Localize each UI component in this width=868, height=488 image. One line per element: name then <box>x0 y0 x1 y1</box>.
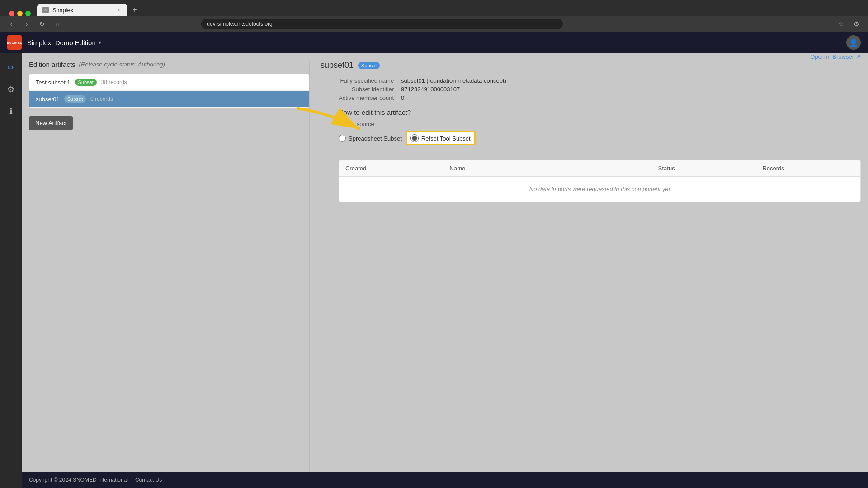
forward-button[interactable]: › <box>21 18 33 30</box>
meta-label-fsn: Fully specified name <box>339 77 394 84</box>
home-button[interactable]: ⌂ <box>52 18 63 30</box>
minimize-button[interactable] <box>17 11 23 16</box>
sidebar-item-info[interactable]: ℹ <box>4 104 18 118</box>
reload-button[interactable]: ↻ <box>36 18 48 30</box>
back-button[interactable]: ‹ <box>5 18 17 30</box>
radio-spreadsheet-input[interactable] <box>339 135 346 142</box>
right-panel: subset01 Subset Fully specified name sub… <box>310 61 861 481</box>
app-title-text: Simplex: Demo Edition <box>27 39 96 47</box>
radio-refset-highlight: Refset Tool Subset <box>406 131 476 145</box>
radio-refset-label: Refset Tool Subset <box>421 135 471 142</box>
tab-close-button[interactable]: ✕ <box>115 6 122 14</box>
radio-refset-input[interactable] <box>410 134 419 142</box>
radio-spreadsheet[interactable]: Spreadsheet Subset <box>339 135 402 142</box>
meta-label-id: Subset identifier <box>339 86 394 93</box>
settings-icon[interactable]: ⚙ <box>851 18 863 30</box>
new-artifact-button[interactable]: New Artifact <box>29 116 73 130</box>
edition-title: Edition artifacts <box>29 61 75 68</box>
dropdown-arrow-icon: ▾ <box>99 39 101 46</box>
table-empty-message: No data imports were requested in this c… <box>339 177 860 202</box>
record-count: 0 records <box>90 96 113 102</box>
left-panel: Edition artifacts (Release cycle status:… <box>29 61 309 481</box>
col-name: Name <box>443 160 652 176</box>
open-browser-label: Open in Browser <box>810 53 854 60</box>
radio-group: Spreadsheet Subset Refset Tool Subset <box>339 131 476 145</box>
edition-status: (Release cycle status: Authoring) <box>79 61 165 68</box>
data-table: Created Name Status Records No data impo… <box>339 160 861 202</box>
app-footer: Copyright © 2024 SNOMED International Co… <box>22 472 868 488</box>
open-browser-link[interactable]: Open in Browser ↗ <box>810 53 861 60</box>
edit-title: How to edit this artifact? <box>339 108 861 116</box>
sidebar-item-edit[interactable]: ✏ <box>4 61 18 75</box>
meta-value-id: 971232491000003107 <box>401 86 861 93</box>
col-status: Status <box>652 160 756 176</box>
meta-value-fsn: subset01 (foundation metadata concept) <box>401 77 861 84</box>
app-header: SNOMED Simplex: Demo Edition ▾ 👤 <box>0 32 868 53</box>
meta-value-count: 0 <box>401 94 861 101</box>
artifact-badge: Subset <box>75 79 97 86</box>
subset-header: subset01 Subset <box>321 61 861 70</box>
sidebar-item-settings[interactable]: ⚙ <box>4 82 18 97</box>
radio-spreadsheet-label: Spreadsheet Subset <box>349 135 402 142</box>
metadata-grid: Fully specified name subset01 (foundatio… <box>321 77 861 101</box>
col-records: Records <box>756 160 860 176</box>
artifact-name: Test subset 1 <box>36 79 71 86</box>
sidebar: ✏ ⚙ ℹ <box>0 53 22 488</box>
record-count: 38 records <box>101 79 127 85</box>
meta-label-count: Active member count <box>339 94 394 101</box>
artifact-item[interactable]: Test subset 1 Subset 38 records <box>29 74 309 91</box>
col-created: Created <box>339 160 443 176</box>
artifact-badge: Subset <box>64 95 86 103</box>
edition-header: Edition artifacts (Release cycle status:… <box>29 61 309 68</box>
radio-refset[interactable]: Refset Tool Subset <box>410 134 471 142</box>
contact-link[interactable]: Contact Us <box>135 477 162 483</box>
subset-badge: Subset <box>358 62 380 69</box>
app-title-button[interactable]: Simplex: Demo Edition ▾ <box>27 39 101 47</box>
edit-section: How to edit this artifact? Select source… <box>321 108 861 202</box>
new-tab-button[interactable]: + <box>128 4 141 16</box>
artifact-list: Test subset 1 Subset 38 records subset01… <box>29 74 309 108</box>
table-header: Created Name Status Records <box>339 160 860 177</box>
external-link-icon: ↗ <box>856 53 861 60</box>
artifact-item-selected[interactable]: subset01 Subset 0 records <box>29 91 309 108</box>
copyright-text: Copyright © 2024 SNOMED International <box>29 477 128 483</box>
user-avatar[interactable]: 👤 <box>846 35 861 50</box>
artifact-name: subset01 <box>36 96 60 103</box>
close-button[interactable] <box>9 11 14 16</box>
select-source-label: Select source: <box>339 121 861 127</box>
tab-favicon: S <box>42 7 49 13</box>
address-text: dev-simplex.ihtsdotools.org <box>207 21 272 27</box>
browser-tab[interactable]: S Simplex ✕ <box>37 4 127 16</box>
subset-title: subset01 <box>321 61 354 70</box>
address-bar[interactable]: dev-simplex.ihtsdotools.org <box>201 19 563 29</box>
app-logo: SNOMED <box>7 35 22 50</box>
maximize-button[interactable] <box>25 11 31 16</box>
tab-label: Simplex <box>52 7 73 14</box>
bookmark-icon[interactable]: ☆ <box>835 18 847 30</box>
